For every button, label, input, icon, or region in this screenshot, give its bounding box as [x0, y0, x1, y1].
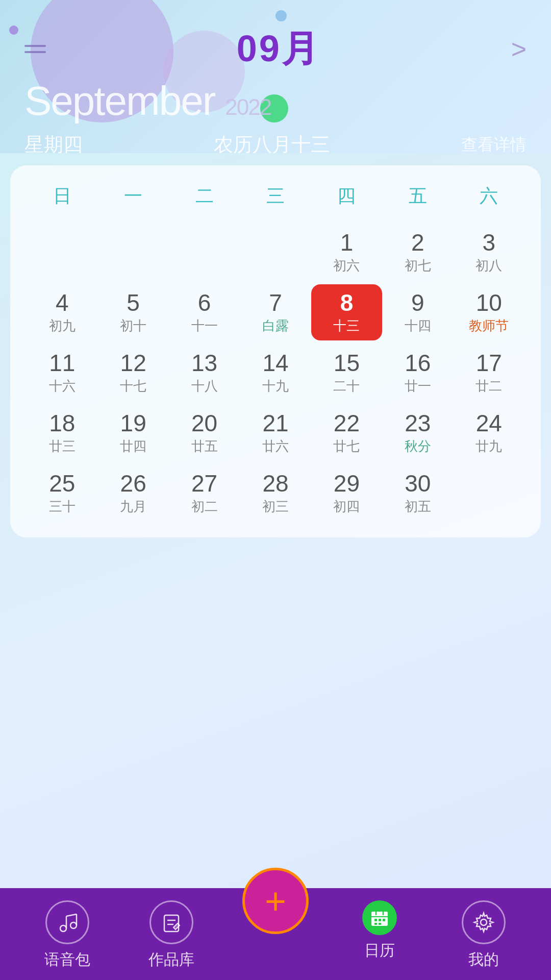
- music-icon: [56, 911, 79, 934]
- view-detail-link[interactable]: 查看详情: [461, 134, 527, 154]
- cal-day-lunar: 十四: [405, 317, 431, 335]
- cal-day-lunar: 十三: [333, 317, 360, 335]
- calendar-day[interactable]: 26九月: [97, 465, 168, 521]
- gear-icon: [472, 911, 495, 934]
- calendar-day[interactable]: 30初五: [382, 465, 453, 521]
- svg-line-4: [66, 914, 77, 916]
- cal-day-lunar: 廿三: [49, 437, 76, 455]
- calendar-day[interactable]: 18廿三: [27, 405, 97, 461]
- calendar-day[interactable]: 10教师节: [454, 284, 524, 340]
- calendar-day: [169, 224, 240, 280]
- cal-day-lunar: 初二: [191, 498, 218, 516]
- calendar-day[interactable]: 16廿一: [382, 345, 453, 401]
- calendar-day: [97, 224, 168, 280]
- calendar-day[interactable]: 24廿九: [454, 405, 524, 461]
- calendar-day[interactable]: 3初八: [454, 224, 524, 280]
- cal-day-num: 26: [120, 471, 146, 497]
- calendar-icon: [369, 908, 390, 928]
- calendar-day[interactable]: 19廿四: [97, 405, 168, 461]
- app-container: 09月 > September2022 星期四 农历八月十三 查看详情 日一二三…: [0, 0, 551, 980]
- cal-day-num: 20: [191, 410, 217, 436]
- cal-day-num: 11: [49, 350, 75, 376]
- svg-rect-13: [374, 919, 377, 921]
- weekday-header-cell: 六: [454, 178, 524, 215]
- calendar-day[interactable]: 20廿五: [169, 405, 240, 461]
- cal-day-lunar: 十六: [49, 377, 76, 395]
- cal-day-lunar: 廿六: [262, 437, 289, 455]
- cal-day-lunar: 三十: [49, 498, 76, 516]
- cal-day-lunar: 十九: [262, 377, 289, 395]
- cal-day-num: 14: [262, 350, 288, 376]
- cal-day-num: 9: [411, 290, 424, 316]
- cal-day-lunar: 初四: [333, 498, 360, 516]
- nav-label-works: 作品库: [148, 949, 194, 970]
- header-area: 09月 > September2022 星期四 农历八月十三 查看详情: [0, 0, 551, 153]
- edit-icon: [160, 911, 183, 934]
- calendar-day[interactable]: 28初三: [240, 465, 311, 521]
- cal-day-num: 6: [198, 290, 211, 316]
- calendar-day[interactable]: 12十七: [97, 345, 168, 401]
- nav-item-works[interactable]: 作品库: [119, 900, 223, 970]
- weekday-header-cell: 三: [240, 178, 311, 215]
- lunar-date: 农历八月十三: [214, 132, 330, 153]
- cal-day-lunar: 九月: [120, 498, 146, 516]
- calendar-grid: 1初六2初七3初八4初九5初十6十一7白露8十三9十四10教师节11十六12十七…: [27, 224, 524, 521]
- calendar-day[interactable]: 27初二: [169, 465, 240, 521]
- calendar-day: [240, 224, 311, 280]
- calendar-day[interactable]: 4初九: [27, 284, 97, 340]
- calendar-day[interactable]: 15二十: [311, 345, 382, 401]
- calendar-day[interactable]: 14十九: [240, 345, 311, 401]
- nav-label-sticker: 语音包: [44, 949, 90, 970]
- cal-day-lunar: 十七: [120, 377, 146, 395]
- gear-icon-circle: [462, 900, 506, 944]
- cal-day-num: 16: [405, 350, 431, 376]
- cal-day-lunar: 白露: [262, 317, 289, 335]
- cal-day-lunar: 秋分: [405, 437, 431, 455]
- cal-day-num: 27: [191, 471, 217, 497]
- cal-day-num: 30: [405, 471, 431, 497]
- cal-day-num: 4: [56, 290, 69, 316]
- weekday-header-cell: 一: [97, 178, 168, 215]
- cal-day-num: 25: [49, 471, 75, 497]
- calendar-day[interactable]: 25三十: [27, 465, 97, 521]
- nav-label-calendar: 日历: [364, 940, 395, 961]
- calendar-day[interactable]: 8十三: [311, 284, 382, 340]
- svg-rect-14: [379, 919, 381, 921]
- hamburger-menu-icon[interactable]: [24, 45, 46, 53]
- cal-day-lunar: 十八: [191, 377, 218, 395]
- cal-day-lunar: 廿二: [475, 377, 502, 395]
- calendar-day[interactable]: 9十四: [382, 284, 453, 340]
- calendar-day[interactable]: 7白露: [240, 284, 311, 340]
- next-month-button[interactable]: >: [511, 34, 527, 64]
- nav-item-sticker[interactable]: 语音包: [15, 900, 119, 970]
- svg-point-18: [481, 919, 487, 925]
- calendar-day[interactable]: 1初六: [311, 224, 382, 280]
- calendar-day[interactable]: 21廿六: [240, 405, 311, 461]
- calendar-day[interactable]: 11十六: [27, 345, 97, 401]
- weekday-header-cell: 四: [311, 178, 382, 215]
- svg-rect-17: [379, 923, 381, 925]
- weekday-header-cell: 日: [27, 178, 97, 215]
- weekday-header-cell: 五: [382, 178, 453, 215]
- weekday-header-cell: 二: [169, 178, 240, 215]
- calendar-day[interactable]: 13十八: [169, 345, 240, 401]
- nav-item-mine[interactable]: 我的: [432, 900, 536, 970]
- calendar-day[interactable]: 6十一: [169, 284, 240, 340]
- cal-day-num: 3: [482, 230, 495, 256]
- cal-day-lunar: 廿一: [405, 377, 431, 395]
- svg-rect-16: [374, 923, 377, 925]
- calendar-day[interactable]: 17廿二: [454, 345, 524, 401]
- cal-day-num: 8: [340, 290, 354, 316]
- cal-day-num: 22: [334, 410, 360, 436]
- cal-day-num: 15: [334, 350, 360, 376]
- calendar-day[interactable]: 5初十: [97, 284, 168, 340]
- nav-item-calendar[interactable]: 日历: [328, 900, 432, 961]
- calendar-day[interactable]: 2初七: [382, 224, 453, 280]
- add-button[interactable]: +: [242, 868, 309, 934]
- calendar-day[interactable]: 23秋分: [382, 405, 453, 461]
- calendar-day[interactable]: 22廿七: [311, 405, 382, 461]
- edit-icon-circle: [149, 900, 193, 944]
- calendar-icon-circle: [362, 900, 397, 935]
- cal-day-num: 18: [49, 410, 75, 436]
- calendar-day[interactable]: 29初四: [311, 465, 382, 521]
